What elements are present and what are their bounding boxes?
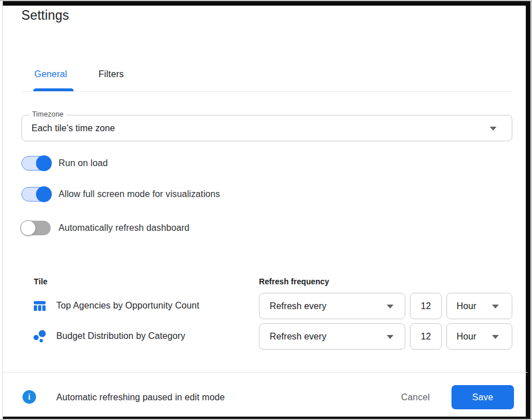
interval-input[interactable] xyxy=(410,293,442,319)
tab-general[interactable]: General xyxy=(34,69,67,79)
timezone-value: Each tile's time zone xyxy=(32,123,115,133)
refresh-mode-value: Refresh every xyxy=(270,332,327,342)
chevron-down-icon xyxy=(492,305,499,309)
cancel-button[interactable]: Cancel xyxy=(390,388,441,406)
interval-unit-value: Hour xyxy=(457,332,476,342)
page-title: Settings xyxy=(21,8,69,23)
chevron-down-icon xyxy=(387,305,394,309)
refresh-mode-select[interactable]: Refresh every xyxy=(259,293,405,319)
tabs-divider xyxy=(21,91,512,92)
tile-name: Top Agencies by Opportunity Count xyxy=(56,299,199,312)
refresh-mode-select[interactable]: Refresh every xyxy=(259,323,405,350)
bar-chart-icon xyxy=(33,299,47,313)
toggle-thumb xyxy=(20,220,36,236)
tab-filters[interactable]: Filters xyxy=(99,69,124,79)
refresh-mode-value: Refresh every xyxy=(270,301,327,311)
footer-notice: Automatic refreshing paused in edit mode xyxy=(56,391,225,404)
chevron-down-icon xyxy=(492,335,499,339)
full-screen-toggle[interactable] xyxy=(21,187,51,202)
full-screen-label: Allow full screen mode for visualization… xyxy=(59,187,220,202)
window-frame xyxy=(2,6,3,417)
window-frame xyxy=(3,417,530,419)
timezone-field-label: Timezone xyxy=(29,110,66,118)
scatter-chart-icon xyxy=(33,329,47,343)
tile-name: Budget Distribution by Category xyxy=(56,329,185,343)
settings-dialog: { "dialog": { "title": "Settings" }, "ta… xyxy=(0,0,532,420)
interval-input[interactable] xyxy=(410,323,442,350)
chevron-down-icon xyxy=(387,335,394,339)
toggle-thumb xyxy=(36,155,52,171)
interval-unit-select[interactable]: Hour xyxy=(446,323,512,350)
window-frame xyxy=(3,1,530,6)
auto-refresh-label: Automatically refresh dashboard xyxy=(59,221,190,235)
run-on-load-toggle[interactable] xyxy=(21,156,51,171)
info-icon: i xyxy=(23,390,36,404)
interval-unit-value: Hour xyxy=(457,301,476,311)
chevron-down-icon xyxy=(490,127,497,131)
tile-column-header: Tile xyxy=(34,277,47,286)
interval-unit-select[interactable]: Hour xyxy=(446,293,512,319)
window-frame xyxy=(526,1,530,419)
auto-refresh-toggle[interactable] xyxy=(21,221,51,235)
toggle-thumb xyxy=(36,186,52,202)
footer-divider xyxy=(3,372,527,373)
refresh-frequency-column-header: Refresh frequency xyxy=(259,277,329,286)
timezone-select[interactable]: Timezone Each tile's time zone xyxy=(21,115,512,141)
run-on-load-label: Run on load xyxy=(59,156,108,171)
save-button[interactable]: Save xyxy=(451,385,514,409)
